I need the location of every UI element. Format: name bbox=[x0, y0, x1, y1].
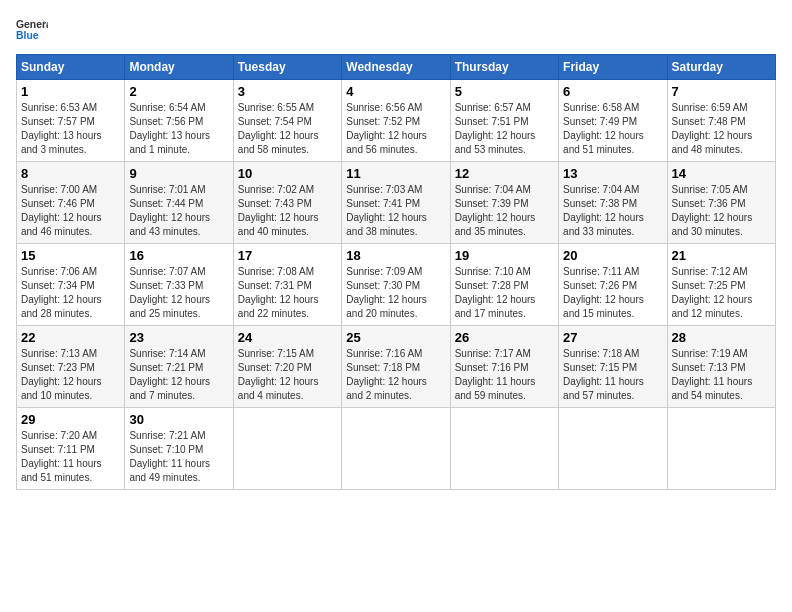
calendar-cell: 18Sunrise: 7:09 AMSunset: 7:30 PMDayligh… bbox=[342, 244, 450, 326]
svg-text:Blue: Blue bbox=[16, 30, 39, 41]
day-number: 18 bbox=[346, 248, 445, 263]
day-number: 1 bbox=[21, 84, 120, 99]
day-info: Sunrise: 7:09 AMSunset: 7:30 PMDaylight:… bbox=[346, 265, 445, 321]
day-info: Sunrise: 7:19 AMSunset: 7:13 PMDaylight:… bbox=[672, 347, 771, 403]
calendar-cell: 13Sunrise: 7:04 AMSunset: 7:38 PMDayligh… bbox=[559, 162, 667, 244]
day-number: 22 bbox=[21, 330, 120, 345]
day-info: Sunrise: 6:56 AMSunset: 7:52 PMDaylight:… bbox=[346, 101, 445, 157]
weekday-header-monday: Monday bbox=[125, 55, 233, 80]
day-number: 6 bbox=[563, 84, 662, 99]
day-number: 28 bbox=[672, 330, 771, 345]
calendar-cell: 24Sunrise: 7:15 AMSunset: 7:20 PMDayligh… bbox=[233, 326, 341, 408]
day-number: 24 bbox=[238, 330, 337, 345]
calendar-cell: 19Sunrise: 7:10 AMSunset: 7:28 PMDayligh… bbox=[450, 244, 558, 326]
day-number: 30 bbox=[129, 412, 228, 427]
day-info: Sunrise: 7:11 AMSunset: 7:26 PMDaylight:… bbox=[563, 265, 662, 321]
day-number: 23 bbox=[129, 330, 228, 345]
day-info: Sunrise: 7:04 AMSunset: 7:38 PMDaylight:… bbox=[563, 183, 662, 239]
day-info: Sunrise: 7:02 AMSunset: 7:43 PMDaylight:… bbox=[238, 183, 337, 239]
calendar-cell: 4Sunrise: 6:56 AMSunset: 7:52 PMDaylight… bbox=[342, 80, 450, 162]
calendar-cell: 14Sunrise: 7:05 AMSunset: 7:36 PMDayligh… bbox=[667, 162, 775, 244]
calendar-cell: 16Sunrise: 7:07 AMSunset: 7:33 PMDayligh… bbox=[125, 244, 233, 326]
calendar-cell: 11Sunrise: 7:03 AMSunset: 7:41 PMDayligh… bbox=[342, 162, 450, 244]
day-number: 13 bbox=[563, 166, 662, 181]
day-info: Sunrise: 6:59 AMSunset: 7:48 PMDaylight:… bbox=[672, 101, 771, 157]
day-info: Sunrise: 7:21 AMSunset: 7:10 PMDaylight:… bbox=[129, 429, 228, 485]
day-number: 4 bbox=[346, 84, 445, 99]
day-number: 17 bbox=[238, 248, 337, 263]
day-number: 19 bbox=[455, 248, 554, 263]
day-info: Sunrise: 7:10 AMSunset: 7:28 PMDaylight:… bbox=[455, 265, 554, 321]
calendar-cell: 6Sunrise: 6:58 AMSunset: 7:49 PMDaylight… bbox=[559, 80, 667, 162]
day-number: 26 bbox=[455, 330, 554, 345]
calendar-cell bbox=[233, 408, 341, 490]
calendar-cell: 10Sunrise: 7:02 AMSunset: 7:43 PMDayligh… bbox=[233, 162, 341, 244]
day-info: Sunrise: 7:04 AMSunset: 7:39 PMDaylight:… bbox=[455, 183, 554, 239]
calendar-cell: 26Sunrise: 7:17 AMSunset: 7:16 PMDayligh… bbox=[450, 326, 558, 408]
day-info: Sunrise: 7:03 AMSunset: 7:41 PMDaylight:… bbox=[346, 183, 445, 239]
day-number: 20 bbox=[563, 248, 662, 263]
calendar-cell bbox=[667, 408, 775, 490]
svg-text:General: General bbox=[16, 19, 48, 30]
day-info: Sunrise: 7:08 AMSunset: 7:31 PMDaylight:… bbox=[238, 265, 337, 321]
weekday-header-saturday: Saturday bbox=[667, 55, 775, 80]
calendar-week-2: 8Sunrise: 7:00 AMSunset: 7:46 PMDaylight… bbox=[17, 162, 776, 244]
day-info: Sunrise: 7:18 AMSunset: 7:15 PMDaylight:… bbox=[563, 347, 662, 403]
weekday-header-friday: Friday bbox=[559, 55, 667, 80]
calendar-cell: 1Sunrise: 6:53 AMSunset: 7:57 PMDaylight… bbox=[17, 80, 125, 162]
calendar-cell: 9Sunrise: 7:01 AMSunset: 7:44 PMDaylight… bbox=[125, 162, 233, 244]
day-info: Sunrise: 7:15 AMSunset: 7:20 PMDaylight:… bbox=[238, 347, 337, 403]
day-info: Sunrise: 6:58 AMSunset: 7:49 PMDaylight:… bbox=[563, 101, 662, 157]
calendar-cell bbox=[450, 408, 558, 490]
day-info: Sunrise: 7:01 AMSunset: 7:44 PMDaylight:… bbox=[129, 183, 228, 239]
day-info: Sunrise: 7:05 AMSunset: 7:36 PMDaylight:… bbox=[672, 183, 771, 239]
day-number: 16 bbox=[129, 248, 228, 263]
calendar-cell: 17Sunrise: 7:08 AMSunset: 7:31 PMDayligh… bbox=[233, 244, 341, 326]
calendar-cell: 23Sunrise: 7:14 AMSunset: 7:21 PMDayligh… bbox=[125, 326, 233, 408]
day-number: 3 bbox=[238, 84, 337, 99]
weekday-header-sunday: Sunday bbox=[17, 55, 125, 80]
calendar-week-1: 1Sunrise: 6:53 AMSunset: 7:57 PMDaylight… bbox=[17, 80, 776, 162]
calendar-cell: 25Sunrise: 7:16 AMSunset: 7:18 PMDayligh… bbox=[342, 326, 450, 408]
calendar-week-3: 15Sunrise: 7:06 AMSunset: 7:34 PMDayligh… bbox=[17, 244, 776, 326]
calendar-cell: 2Sunrise: 6:54 AMSunset: 7:56 PMDaylight… bbox=[125, 80, 233, 162]
weekday-header-wednesday: Wednesday bbox=[342, 55, 450, 80]
day-info: Sunrise: 6:57 AMSunset: 7:51 PMDaylight:… bbox=[455, 101, 554, 157]
calendar-cell bbox=[342, 408, 450, 490]
calendar-cell: 3Sunrise: 6:55 AMSunset: 7:54 PMDaylight… bbox=[233, 80, 341, 162]
day-number: 15 bbox=[21, 248, 120, 263]
calendar-cell: 21Sunrise: 7:12 AMSunset: 7:25 PMDayligh… bbox=[667, 244, 775, 326]
day-info: Sunrise: 7:06 AMSunset: 7:34 PMDaylight:… bbox=[21, 265, 120, 321]
day-number: 2 bbox=[129, 84, 228, 99]
calendar-cell: 8Sunrise: 7:00 AMSunset: 7:46 PMDaylight… bbox=[17, 162, 125, 244]
weekday-header-tuesday: Tuesday bbox=[233, 55, 341, 80]
day-info: Sunrise: 7:17 AMSunset: 7:16 PMDaylight:… bbox=[455, 347, 554, 403]
day-number: 8 bbox=[21, 166, 120, 181]
calendar-cell: 29Sunrise: 7:20 AMSunset: 7:11 PMDayligh… bbox=[17, 408, 125, 490]
day-info: Sunrise: 7:13 AMSunset: 7:23 PMDaylight:… bbox=[21, 347, 120, 403]
day-info: Sunrise: 7:16 AMSunset: 7:18 PMDaylight:… bbox=[346, 347, 445, 403]
day-number: 25 bbox=[346, 330, 445, 345]
day-number: 21 bbox=[672, 248, 771, 263]
calendar-week-4: 22Sunrise: 7:13 AMSunset: 7:23 PMDayligh… bbox=[17, 326, 776, 408]
calendar-cell: 20Sunrise: 7:11 AMSunset: 7:26 PMDayligh… bbox=[559, 244, 667, 326]
page-header: General Blue bbox=[16, 16, 776, 44]
calendar-table: SundayMondayTuesdayWednesdayThursdayFrid… bbox=[16, 54, 776, 490]
day-info: Sunrise: 7:00 AMSunset: 7:46 PMDaylight:… bbox=[21, 183, 120, 239]
day-info: Sunrise: 7:20 AMSunset: 7:11 PMDaylight:… bbox=[21, 429, 120, 485]
day-number: 5 bbox=[455, 84, 554, 99]
day-number: 27 bbox=[563, 330, 662, 345]
calendar-cell: 5Sunrise: 6:57 AMSunset: 7:51 PMDaylight… bbox=[450, 80, 558, 162]
logo: General Blue bbox=[16, 16, 48, 44]
calendar-cell: 28Sunrise: 7:19 AMSunset: 7:13 PMDayligh… bbox=[667, 326, 775, 408]
day-info: Sunrise: 6:55 AMSunset: 7:54 PMDaylight:… bbox=[238, 101, 337, 157]
calendar-cell: 22Sunrise: 7:13 AMSunset: 7:23 PMDayligh… bbox=[17, 326, 125, 408]
day-info: Sunrise: 6:53 AMSunset: 7:57 PMDaylight:… bbox=[21, 101, 120, 157]
calendar-cell bbox=[559, 408, 667, 490]
day-number: 12 bbox=[455, 166, 554, 181]
calendar-cell: 7Sunrise: 6:59 AMSunset: 7:48 PMDaylight… bbox=[667, 80, 775, 162]
day-number: 9 bbox=[129, 166, 228, 181]
calendar-cell: 30Sunrise: 7:21 AMSunset: 7:10 PMDayligh… bbox=[125, 408, 233, 490]
logo-icon: General Blue bbox=[16, 16, 48, 44]
day-info: Sunrise: 7:07 AMSunset: 7:33 PMDaylight:… bbox=[129, 265, 228, 321]
